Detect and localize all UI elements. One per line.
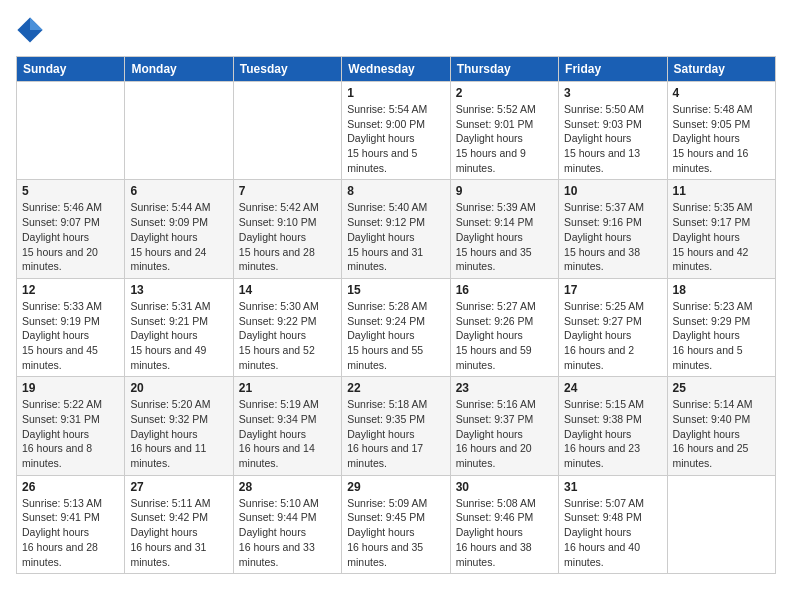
calendar-day-cell: 15 Sunrise: 5:28 AM Sunset: 9:24 PM Dayl… xyxy=(342,278,450,376)
day-info: Sunrise: 5:42 AM Sunset: 9:10 PM Dayligh… xyxy=(239,200,336,273)
day-info: Sunrise: 5:09 AM Sunset: 9:45 PM Dayligh… xyxy=(347,496,444,569)
day-info: Sunrise: 5:39 AM Sunset: 9:14 PM Dayligh… xyxy=(456,200,553,273)
calendar-day-cell: 19 Sunrise: 5:22 AM Sunset: 9:31 PM Dayl… xyxy=(17,377,125,475)
calendar-day-cell: 1 Sunrise: 5:54 AM Sunset: 9:00 PM Dayli… xyxy=(342,82,450,180)
calendar-day-cell: 23 Sunrise: 5:16 AM Sunset: 9:37 PM Dayl… xyxy=(450,377,558,475)
day-number: 28 xyxy=(239,480,336,494)
calendar-day-cell: 10 Sunrise: 5:37 AM Sunset: 9:16 PM Dayl… xyxy=(559,180,667,278)
day-number: 8 xyxy=(347,184,444,198)
day-number: 17 xyxy=(564,283,661,297)
calendar-day-cell: 11 Sunrise: 5:35 AM Sunset: 9:17 PM Dayl… xyxy=(667,180,775,278)
day-number: 18 xyxy=(673,283,770,297)
day-number: 19 xyxy=(22,381,119,395)
day-info: Sunrise: 5:31 AM Sunset: 9:21 PM Dayligh… xyxy=(130,299,227,372)
day-number: 4 xyxy=(673,86,770,100)
calendar-day-cell: 14 Sunrise: 5:30 AM Sunset: 9:22 PM Dayl… xyxy=(233,278,341,376)
logo xyxy=(16,16,48,44)
day-number: 30 xyxy=(456,480,553,494)
day-info: Sunrise: 5:13 AM Sunset: 9:41 PM Dayligh… xyxy=(22,496,119,569)
day-number: 6 xyxy=(130,184,227,198)
day-number: 2 xyxy=(456,86,553,100)
calendar-week-row: 26 Sunrise: 5:13 AM Sunset: 9:41 PM Dayl… xyxy=(17,475,776,573)
day-number: 25 xyxy=(673,381,770,395)
day-info: Sunrise: 5:11 AM Sunset: 9:42 PM Dayligh… xyxy=(130,496,227,569)
calendar-day-cell: 3 Sunrise: 5:50 AM Sunset: 9:03 PM Dayli… xyxy=(559,82,667,180)
calendar-day-cell: 4 Sunrise: 5:48 AM Sunset: 9:05 PM Dayli… xyxy=(667,82,775,180)
day-number: 23 xyxy=(456,381,553,395)
day-number: 21 xyxy=(239,381,336,395)
weekday-header: Thursday xyxy=(450,57,558,82)
day-info: Sunrise: 5:19 AM Sunset: 9:34 PM Dayligh… xyxy=(239,397,336,470)
day-number: 13 xyxy=(130,283,227,297)
calendar-week-row: 5 Sunrise: 5:46 AM Sunset: 9:07 PM Dayli… xyxy=(17,180,776,278)
day-number: 16 xyxy=(456,283,553,297)
day-number: 5 xyxy=(22,184,119,198)
calendar-day-cell: 7 Sunrise: 5:42 AM Sunset: 9:10 PM Dayli… xyxy=(233,180,341,278)
day-number: 14 xyxy=(239,283,336,297)
calendar-day-cell: 21 Sunrise: 5:19 AM Sunset: 9:34 PM Dayl… xyxy=(233,377,341,475)
calendar-day-cell: 12 Sunrise: 5:33 AM Sunset: 9:19 PM Dayl… xyxy=(17,278,125,376)
calendar-day-cell: 16 Sunrise: 5:27 AM Sunset: 9:26 PM Dayl… xyxy=(450,278,558,376)
day-number: 24 xyxy=(564,381,661,395)
day-info: Sunrise: 5:16 AM Sunset: 9:37 PM Dayligh… xyxy=(456,397,553,470)
calendar-header-row: SundayMondayTuesdayWednesdayThursdayFrid… xyxy=(17,57,776,82)
weekday-header: Tuesday xyxy=(233,57,341,82)
day-info: Sunrise: 5:27 AM Sunset: 9:26 PM Dayligh… xyxy=(456,299,553,372)
day-info: Sunrise: 5:14 AM Sunset: 9:40 PM Dayligh… xyxy=(673,397,770,470)
day-number: 10 xyxy=(564,184,661,198)
calendar-day-cell: 26 Sunrise: 5:13 AM Sunset: 9:41 PM Dayl… xyxy=(17,475,125,573)
day-info: Sunrise: 5:48 AM Sunset: 9:05 PM Dayligh… xyxy=(673,102,770,175)
calendar-day-cell: 30 Sunrise: 5:08 AM Sunset: 9:46 PM Dayl… xyxy=(450,475,558,573)
day-info: Sunrise: 5:23 AM Sunset: 9:29 PM Dayligh… xyxy=(673,299,770,372)
day-number: 31 xyxy=(564,480,661,494)
day-info: Sunrise: 5:54 AM Sunset: 9:00 PM Dayligh… xyxy=(347,102,444,175)
calendar-day-cell: 9 Sunrise: 5:39 AM Sunset: 9:14 PM Dayli… xyxy=(450,180,558,278)
calendar-day-cell: 6 Sunrise: 5:44 AM Sunset: 9:09 PM Dayli… xyxy=(125,180,233,278)
weekday-header: Monday xyxy=(125,57,233,82)
day-info: Sunrise: 5:22 AM Sunset: 9:31 PM Dayligh… xyxy=(22,397,119,470)
calendar-day-cell: 29 Sunrise: 5:09 AM Sunset: 9:45 PM Dayl… xyxy=(342,475,450,573)
weekday-header: Wednesday xyxy=(342,57,450,82)
day-number: 3 xyxy=(564,86,661,100)
day-info: Sunrise: 5:18 AM Sunset: 9:35 PM Dayligh… xyxy=(347,397,444,470)
calendar-week-row: 19 Sunrise: 5:22 AM Sunset: 9:31 PM Dayl… xyxy=(17,377,776,475)
day-number: 1 xyxy=(347,86,444,100)
day-info: Sunrise: 5:08 AM Sunset: 9:46 PM Dayligh… xyxy=(456,496,553,569)
weekday-header: Sunday xyxy=(17,57,125,82)
calendar-day-cell: 8 Sunrise: 5:40 AM Sunset: 9:12 PM Dayli… xyxy=(342,180,450,278)
day-info: Sunrise: 5:44 AM Sunset: 9:09 PM Dayligh… xyxy=(130,200,227,273)
calendar-day-cell: 2 Sunrise: 5:52 AM Sunset: 9:01 PM Dayli… xyxy=(450,82,558,180)
calendar-day-cell xyxy=(17,82,125,180)
day-info: Sunrise: 5:33 AM Sunset: 9:19 PM Dayligh… xyxy=(22,299,119,372)
calendar-table: SundayMondayTuesdayWednesdayThursdayFrid… xyxy=(16,56,776,574)
calendar-day-cell: 13 Sunrise: 5:31 AM Sunset: 9:21 PM Dayl… xyxy=(125,278,233,376)
calendar-week-row: 1 Sunrise: 5:54 AM Sunset: 9:00 PM Dayli… xyxy=(17,82,776,180)
day-number: 7 xyxy=(239,184,336,198)
day-info: Sunrise: 5:25 AM Sunset: 9:27 PM Dayligh… xyxy=(564,299,661,372)
calendar-day-cell: 28 Sunrise: 5:10 AM Sunset: 9:44 PM Dayl… xyxy=(233,475,341,573)
calendar-day-cell xyxy=(125,82,233,180)
day-number: 20 xyxy=(130,381,227,395)
day-info: Sunrise: 5:52 AM Sunset: 9:01 PM Dayligh… xyxy=(456,102,553,175)
calendar-day-cell: 31 Sunrise: 5:07 AM Sunset: 9:48 PM Dayl… xyxy=(559,475,667,573)
day-info: Sunrise: 5:37 AM Sunset: 9:16 PM Dayligh… xyxy=(564,200,661,273)
day-number: 9 xyxy=(456,184,553,198)
day-info: Sunrise: 5:15 AM Sunset: 9:38 PM Dayligh… xyxy=(564,397,661,470)
day-info: Sunrise: 5:50 AM Sunset: 9:03 PM Dayligh… xyxy=(564,102,661,175)
day-number: 15 xyxy=(347,283,444,297)
calendar-day-cell: 17 Sunrise: 5:25 AM Sunset: 9:27 PM Dayl… xyxy=(559,278,667,376)
svg-marker-1 xyxy=(30,17,43,30)
day-info: Sunrise: 5:07 AM Sunset: 9:48 PM Dayligh… xyxy=(564,496,661,569)
day-info: Sunrise: 5:35 AM Sunset: 9:17 PM Dayligh… xyxy=(673,200,770,273)
calendar-day-cell: 25 Sunrise: 5:14 AM Sunset: 9:40 PM Dayl… xyxy=(667,377,775,475)
weekday-header: Saturday xyxy=(667,57,775,82)
calendar-day-cell: 22 Sunrise: 5:18 AM Sunset: 9:35 PM Dayl… xyxy=(342,377,450,475)
day-info: Sunrise: 5:46 AM Sunset: 9:07 PM Dayligh… xyxy=(22,200,119,273)
weekday-header: Friday xyxy=(559,57,667,82)
calendar-day-cell: 27 Sunrise: 5:11 AM Sunset: 9:42 PM Dayl… xyxy=(125,475,233,573)
day-info: Sunrise: 5:10 AM Sunset: 9:44 PM Dayligh… xyxy=(239,496,336,569)
day-info: Sunrise: 5:40 AM Sunset: 9:12 PM Dayligh… xyxy=(347,200,444,273)
day-info: Sunrise: 5:28 AM Sunset: 9:24 PM Dayligh… xyxy=(347,299,444,372)
day-number: 11 xyxy=(673,184,770,198)
calendar-day-cell xyxy=(233,82,341,180)
